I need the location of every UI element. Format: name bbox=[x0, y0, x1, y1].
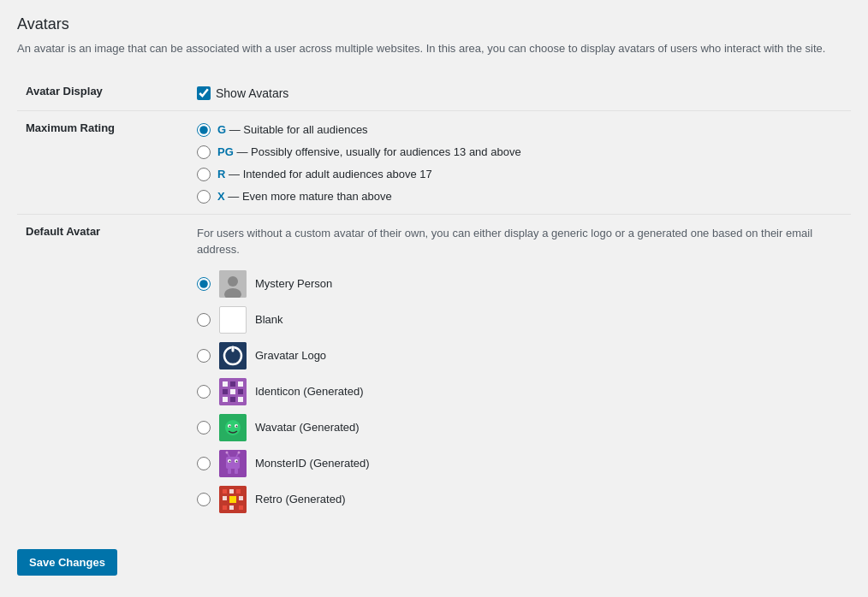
svg-rect-30 bbox=[235, 469, 238, 474]
avatar-monsterid-row: MonsterID (Generated) bbox=[197, 450, 842, 477]
svg-rect-41 bbox=[239, 496, 243, 500]
avatar-wavatar-label[interactable]: Wavatar (Generated) bbox=[255, 421, 360, 434]
rating-x-row: X — Even more mature than above bbox=[197, 190, 842, 204]
avatar-identicon-row: Identicon (Generated) bbox=[197, 378, 842, 405]
svg-rect-36 bbox=[223, 489, 227, 494]
avatar-blank-label[interactable]: Blank bbox=[255, 313, 283, 326]
svg-rect-44 bbox=[239, 505, 243, 510]
default-avatar-label: Default Avatar bbox=[26, 225, 100, 238]
page-description: An avatar is an image that can be associ… bbox=[17, 40, 851, 57]
avatar-gravatar-row: Gravatar Logo bbox=[197, 342, 842, 369]
save-changes-button[interactable]: Save Changes bbox=[17, 549, 117, 576]
avatar-gravatar-radio[interactable] bbox=[197, 349, 211, 363]
rating-r-label[interactable]: R — Intended for adult audiences above 1… bbox=[217, 168, 432, 180]
avatar-wavatar-row: Wavatar (Generated) bbox=[197, 414, 842, 441]
rating-x-label[interactable]: X — Even more mature than above bbox=[217, 190, 392, 203]
default-avatar-row: Default Avatar For users without a custo… bbox=[17, 214, 851, 532]
avatar-mystery-label[interactable]: Mystery Person bbox=[255, 277, 332, 290]
svg-rect-42 bbox=[223, 505, 227, 510]
rating-g-radio[interactable] bbox=[197, 123, 211, 137]
svg-point-33 bbox=[226, 451, 229, 453]
svg-rect-38 bbox=[236, 489, 241, 494]
svg-point-1 bbox=[228, 276, 238, 287]
rating-r-row: R — Intended for adult audiences above 1… bbox=[197, 168, 842, 181]
svg-point-21 bbox=[229, 425, 231, 427]
svg-rect-9 bbox=[230, 381, 235, 387]
show-avatars-checkbox[interactable] bbox=[197, 86, 211, 100]
svg-rect-15 bbox=[230, 397, 235, 402]
avatar-wavatar-preview bbox=[219, 414, 247, 441]
avatar-retro-label[interactable]: Retro (Generated) bbox=[255, 493, 346, 505]
avatar-gravatar-label[interactable]: Gravatar Logo bbox=[255, 349, 326, 362]
avatar-blank-preview bbox=[219, 306, 247, 334]
rating-pg-row: PG — Possibly offensive, usually for aud… bbox=[197, 145, 842, 159]
svg-rect-13 bbox=[238, 389, 243, 394]
avatar-wavatar-radio[interactable] bbox=[197, 421, 211, 434]
svg-rect-12 bbox=[230, 389, 235, 394]
avatar-display-row: Avatar Display Show Avatars bbox=[17, 74, 851, 111]
avatar-blank-row: Blank bbox=[197, 306, 842, 334]
svg-rect-43 bbox=[229, 505, 234, 510]
avatar-retro-preview bbox=[219, 486, 247, 513]
svg-rect-16 bbox=[238, 397, 243, 402]
maximum-rating-row: Maximum Rating G — Suitable for all audi… bbox=[17, 110, 851, 214]
svg-rect-11 bbox=[223, 389, 228, 394]
maximum-rating-label: Maximum Rating bbox=[26, 121, 115, 134]
default-avatar-description: For users without a custom avatar of the… bbox=[197, 225, 842, 258]
avatar-monsterid-label[interactable]: MonsterID (Generated) bbox=[255, 457, 370, 470]
rating-x-radio[interactable] bbox=[197, 190, 211, 204]
rating-g-label[interactable]: G — Suitable for all audiences bbox=[217, 123, 368, 136]
avatar-gravatar-preview bbox=[219, 342, 247, 369]
rating-radio-group: G — Suitable for all audiences PG — Poss… bbox=[197, 123, 842, 204]
avatar-identicon-preview bbox=[219, 378, 247, 405]
svg-rect-39 bbox=[223, 496, 227, 500]
show-avatars-label[interactable]: Show Avatars bbox=[216, 86, 288, 100]
rating-r-radio[interactable] bbox=[197, 168, 211, 181]
svg-point-34 bbox=[238, 451, 241, 453]
rating-pg-radio[interactable] bbox=[197, 145, 211, 159]
avatar-mystery-radio[interactable] bbox=[197, 277, 211, 291]
svg-point-22 bbox=[236, 425, 238, 427]
rating-pg-label[interactable]: PG — Possibly offensive, usually for aud… bbox=[217, 145, 521, 158]
svg-rect-37 bbox=[229, 489, 234, 494]
svg-rect-10 bbox=[238, 381, 243, 387]
svg-rect-29 bbox=[228, 469, 231, 474]
svg-point-27 bbox=[229, 460, 231, 462]
svg-rect-8 bbox=[223, 381, 228, 387]
avatar-retro-radio[interactable] bbox=[197, 493, 211, 506]
avatar-monsterid-preview bbox=[219, 450, 247, 477]
svg-rect-14 bbox=[223, 397, 228, 402]
rating-g-row: G — Suitable for all audiences bbox=[197, 123, 842, 137]
avatar-monsterid-radio[interactable] bbox=[197, 457, 211, 470]
show-avatars-checkbox-row: Show Avatars bbox=[197, 86, 842, 100]
avatar-display-label: Avatar Display bbox=[26, 85, 103, 98]
page-title: Avatars bbox=[17, 15, 851, 33]
svg-rect-40 bbox=[229, 496, 236, 503]
avatar-blank-radio[interactable] bbox=[197, 313, 211, 327]
svg-point-28 bbox=[236, 460, 238, 462]
avatar-mystery-preview bbox=[219, 270, 247, 298]
avatar-identicon-label[interactable]: Identicon (Generated) bbox=[255, 385, 363, 398]
svg-rect-24 bbox=[226, 457, 240, 469]
avatar-identicon-radio[interactable] bbox=[197, 385, 211, 399]
avatar-mystery-row: Mystery Person bbox=[197, 270, 842, 298]
avatar-retro-row: Retro (Generated) bbox=[197, 486, 842, 513]
